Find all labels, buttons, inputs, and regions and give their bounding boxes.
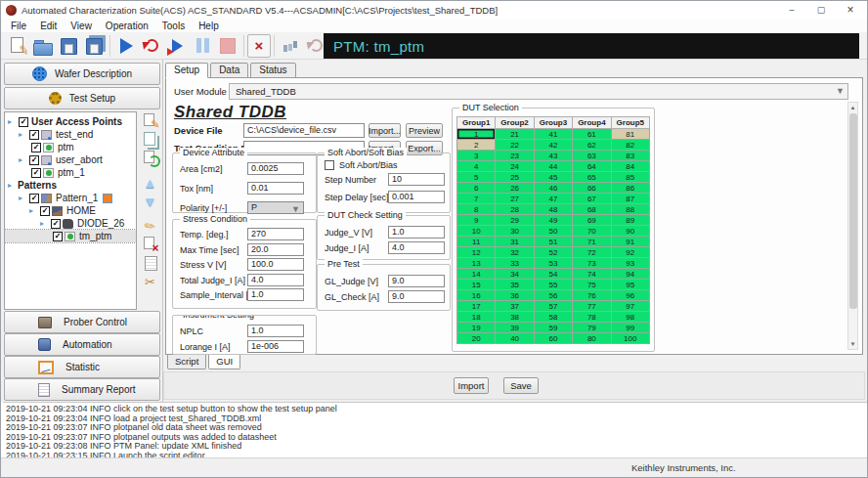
checkbox-icon[interactable]: ✓ [40, 206, 50, 216]
clean-icon[interactable] [142, 218, 159, 234]
dut-cell-88[interactable]: 88 [611, 204, 649, 215]
dut-cell-48[interactable]: 48 [534, 204, 572, 215]
menu-view[interactable]: View [64, 21, 99, 31]
dut-cell-11[interactable]: 11 [457, 237, 496, 247]
wafer-description-button[interactable]: Wafer Description [4, 63, 160, 85]
dut-cell-6[interactable]: 6 [457, 183, 496, 194]
copy-test-icon[interactable] [142, 132, 159, 148]
dut-cell-75[interactable]: 75 [573, 280, 611, 290]
dut-cell-46[interactable]: 46 [534, 183, 572, 194]
dut-cell-82[interactable]: 82 [611, 140, 649, 151]
dut-cell-71[interactable]: 71 [573, 237, 611, 247]
dut-cell-13[interactable]: 13 [457, 258, 496, 269]
field-input-step-number[interactable]: 10 [388, 173, 445, 186]
dut-cell-35[interactable]: 35 [496, 280, 534, 290]
field-input-total-judge-i-a[interactable]: 4.0 [247, 274, 304, 286]
dut-cell-93[interactable]: 93 [611, 258, 649, 269]
dut-cell-4[interactable]: 4 [457, 161, 496, 172]
dut-cell-47[interactable]: 47 [534, 194, 572, 204]
preview-button[interactable]: Preview [406, 123, 443, 138]
dut-cell-49[interactable]: 49 [534, 215, 572, 226]
dut-cell-32[interactable]: 32 [496, 247, 534, 258]
check-run-icon[interactable] [164, 34, 190, 58]
soft-abort-checkbox[interactable] [325, 160, 334, 170]
sync-test-icon[interactable] [142, 151, 159, 166]
dut-cell-28[interactable]: 28 [496, 204, 534, 215]
dut-cell-90[interactable]: 90 [611, 226, 649, 237]
paste-icon[interactable] [142, 255, 159, 271]
dut-column-header-group1[interactable]: Group1 [457, 117, 496, 129]
field-input-tox-nm[interactable]: 0.01 [247, 182, 304, 195]
dut-cell-1[interactable]: 1 [457, 129, 496, 140]
dut-cell-33[interactable]: 33 [496, 258, 534, 269]
tree-item-home[interactable]: ✓HOME [5, 204, 136, 217]
dut-cell-16[interactable]: 16 [457, 290, 496, 301]
dut-cell-9[interactable]: 9 [457, 215, 496, 226]
open-project-icon[interactable] [30, 34, 56, 58]
save-all-icon[interactable] [81, 34, 107, 58]
dut-cell-44[interactable]: 44 [534, 161, 572, 172]
dut-column-header-group3[interactable]: Group3 [534, 117, 572, 129]
edit-test-icon[interactable] [142, 113, 159, 129]
tree-item-tm-ptm[interactable]: ✓tm_ptm [5, 230, 136, 242]
user-module-select[interactable]: Shared_TDDB ▼ [229, 83, 848, 100]
dut-cell-18[interactable]: 18 [457, 312, 496, 323]
dut-cell-73[interactable]: 73 [573, 258, 611, 269]
dut-cell-91[interactable]: 91 [611, 237, 649, 247]
close-icon[interactable] [836, 1, 865, 19]
field-input-lorange-i-a[interactable]: 1e-006 [247, 340, 304, 353]
dut-cell-96[interactable]: 96 [611, 290, 649, 301]
tree-item-ptm[interactable]: ✓ptm [5, 141, 136, 153]
log-panel[interactable]: 2019-10-21 09:23:04 INFO click on the te… [3, 402, 867, 459]
vertical-scrollbar[interactable]: ▲ ▼ [847, 102, 858, 350]
menu-tools[interactable]: Tools [155, 21, 192, 31]
menu-operation[interactable]: Operation [99, 21, 155, 31]
dut-cell-27[interactable]: 27 [496, 194, 534, 204]
scroll-down-icon[interactable]: ▼ [848, 339, 857, 349]
checkbox-icon[interactable]: ✓ [31, 168, 41, 178]
dut-cell-95[interactable]: 95 [611, 280, 649, 290]
dut-cell-65[interactable]: 65 [573, 172, 611, 183]
dut-cell-68[interactable]: 68 [573, 204, 611, 215]
dut-cell-81[interactable]: 81 [611, 129, 649, 140]
dut-cell-53[interactable]: 53 [534, 258, 572, 269]
dut-cell-57[interactable]: 57 [534, 301, 572, 312]
dut-cell-66[interactable]: 66 [573, 183, 611, 194]
dut-cell-17[interactable]: 17 [457, 301, 496, 312]
dut-cell-61[interactable]: 61 [573, 129, 611, 140]
dut-cell-12[interactable]: 12 [457, 247, 496, 258]
dut-cell-24[interactable]: 24 [496, 161, 534, 172]
dut-cell-22[interactable]: 22 [496, 140, 534, 151]
dut-cell-5[interactable]: 5 [457, 172, 496, 183]
expander-icon[interactable] [8, 117, 17, 126]
dut-cell-94[interactable]: 94 [611, 269, 649, 280]
dut-cell-86[interactable]: 86 [611, 183, 649, 194]
checkbox-icon[interactable]: ✓ [29, 194, 39, 203]
dut-cell-26[interactable]: 26 [496, 183, 534, 194]
menu-help[interactable]: Help [192, 21, 226, 31]
dut-cell-84[interactable]: 84 [611, 161, 649, 172]
dut-cell-76[interactable]: 76 [573, 290, 611, 301]
dut-cell-80[interactable]: 80 [573, 333, 611, 344]
dut-cell-42[interactable]: 42 [534, 140, 572, 151]
checkbox-icon[interactable]: ✓ [19, 117, 28, 127]
menu-edit[interactable]: Edit [33, 21, 64, 31]
dut-cell-7[interactable]: 7 [457, 194, 496, 204]
dut-cell-83[interactable]: 83 [611, 151, 649, 161]
dut-cell-63[interactable]: 63 [573, 151, 611, 161]
minimize-icon[interactable] [777, 1, 806, 19]
dut-cell-50[interactable]: 50 [534, 226, 572, 237]
summary-report-button[interactable]: Summary Report [4, 378, 160, 401]
expander-icon[interactable] [19, 130, 27, 139]
dut-cell-87[interactable]: 87 [611, 194, 649, 204]
test-setup-button[interactable]: Test Setup [4, 87, 160, 109]
checkbox-icon[interactable]: ✓ [29, 155, 39, 165]
prober-control-button[interactable]: Prober Control [4, 311, 160, 333]
move-down-icon[interactable] [142, 194, 159, 209]
dut-cell-37[interactable]: 37 [496, 301, 534, 312]
expander-icon[interactable] [19, 155, 27, 164]
new-test-icon[interactable] [5, 34, 30, 58]
dut-cell-30[interactable]: 30 [496, 226, 534, 237]
dut-cell-51[interactable]: 51 [534, 237, 572, 247]
dut-cell-72[interactable]: 72 [573, 247, 611, 258]
